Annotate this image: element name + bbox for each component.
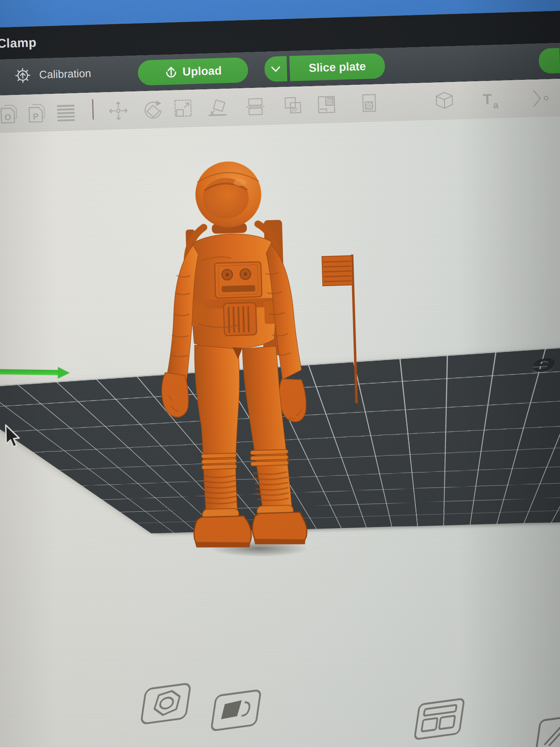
object-list-icon[interactable] — [55, 101, 77, 124]
partial-right-button[interactable] — [538, 48, 560, 74]
move-icon[interactable] — [107, 99, 130, 122]
seam-icon[interactable] — [531, 87, 553, 110]
svg-text:T: T — [483, 91, 492, 108]
open-file-o-glyph: O — [0, 103, 20, 125]
helmet — [195, 160, 262, 228]
3d-viewport[interactable]: PEI Plate — [0, 116, 560, 747]
corner-marker-glyph — [532, 712, 560, 747]
lens-marker-icon[interactable] — [137, 680, 195, 728]
move-glyph — [107, 99, 130, 122]
chest-panel — [215, 262, 262, 298]
upload-arrow-icon — [164, 65, 178, 79]
app-window: tion Clamp Calibration Upload — [0, 0, 560, 747]
svg-text:P: P — [33, 112, 39, 121]
upload-button[interactable]: Upload — [138, 57, 248, 85]
astronaut-model[interactable] — [153, 154, 382, 560]
upload-label: Upload — [182, 64, 222, 78]
open-file-o-icon[interactable]: O — [0, 103, 20, 125]
lens-marker-glyph — [137, 680, 195, 726]
green-axis-arrow — [0, 369, 58, 375]
boots — [193, 505, 307, 549]
open-file-p-glyph: P — [26, 102, 48, 124]
toolbar-divider — [92, 99, 94, 119]
cube-primitive-glyph — [433, 90, 456, 112]
calibration-menu[interactable]: Calibration — [14, 65, 91, 84]
cube-primitive-icon[interactable] — [433, 90, 456, 112]
gear-up-arrow-icon — [14, 67, 31, 84]
contrast-marker-icon[interactable] — [207, 687, 265, 734]
corner-hatch-icon[interactable] — [358, 92, 381, 115]
calibration-label: Calibration — [39, 67, 91, 81]
cut-glyph — [244, 96, 267, 118]
scale-glyph — [172, 98, 194, 120]
slice-dropdown-button[interactable] — [264, 56, 287, 82]
text-tool-icon[interactable]: T a — [480, 89, 502, 111]
slice-plate-button[interactable]: Slice plate — [289, 53, 385, 81]
cut-icon[interactable] — [244, 96, 267, 118]
grid-marker-icon[interactable] — [411, 696, 468, 743]
contrast-marker-glyph — [208, 687, 265, 733]
rotate-icon[interactable] — [140, 99, 163, 121]
svg-text:O: O — [4, 112, 11, 122]
rotate-glyph — [140, 99, 163, 121]
open-file-p-icon[interactable]: P — [26, 102, 48, 124]
plate-embossed-text-mirrored: PEI Plate — [522, 332, 560, 378]
screen-photo: tion Clamp Calibration Upload — [0, 0, 560, 747]
split-overlap-glyph — [281, 95, 304, 117]
grid-marker-glyph — [411, 696, 469, 742]
lay-on-face-icon[interactable] — [206, 97, 228, 119]
split-overlap-icon[interactable] — [281, 95, 304, 117]
seam-glyph — [531, 87, 553, 110]
window-hatch-icon[interactable] — [315, 94, 338, 116]
flag-accessory — [322, 255, 358, 404]
window-hatch-glyph — [315, 94, 338, 116]
mouse-cursor — [4, 424, 22, 449]
corner-hatch-glyph — [358, 92, 381, 115]
text-tool-glyph: T a — [480, 89, 502, 111]
svg-text:a: a — [493, 100, 499, 110]
corner-marker-icon[interactable] — [532, 712, 560, 747]
slice-plate-label: Slice plate — [309, 60, 366, 75]
window-title: tion Clamp — [0, 35, 37, 52]
chevron-down-icon — [269, 63, 282, 74]
lay-on-face-glyph — [206, 97, 228, 119]
object-list-glyph — [55, 101, 77, 124]
scale-icon[interactable] — [172, 98, 194, 120]
